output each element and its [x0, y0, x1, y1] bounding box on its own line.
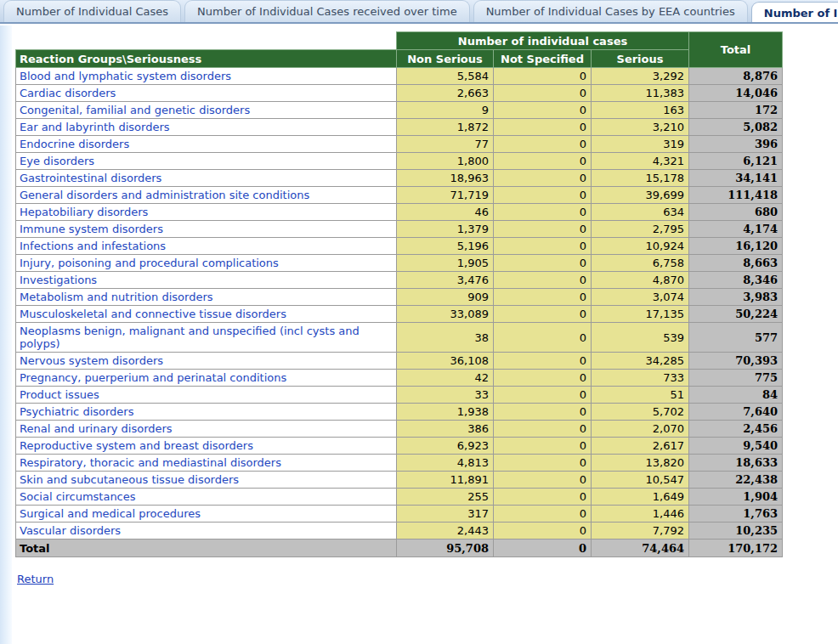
non-serious-value: 2,663 [397, 85, 494, 102]
row-total-value: 172 [689, 102, 783, 119]
table-header-row-group: Number of individual cases Total [16, 32, 783, 50]
not-specified-value: 0 [494, 387, 592, 404]
non-serious-value: 33 [397, 387, 494, 404]
table-row: Nervous system disorders 36,108 0 34,285… [16, 353, 783, 370]
reaction-group-link[interactable]: Investigations [16, 272, 397, 289]
table-row: Congenital, familial and genetic disorde… [16, 102, 783, 119]
table-body: Blood and lymphatic system disorders 5,5… [16, 68, 783, 539]
reaction-group-link[interactable]: Renal and urinary disorders [16, 421, 397, 438]
reaction-group-link[interactable]: Social circumstances [16, 489, 397, 506]
table-row: Vascular disorders 2,443 0 7,792 10,235 [16, 523, 783, 539]
serious-value: 1,649 [592, 489, 689, 506]
non-serious-value: 9 [397, 102, 494, 119]
reaction-group-link[interactable]: Surgical and medical procedures [16, 506, 397, 523]
non-serious-value: 3,476 [397, 272, 494, 289]
reaction-group-link[interactable]: General disorders and administration sit… [16, 187, 397, 204]
grand-total-value: 170,172 [689, 539, 783, 557]
row-total-value: 775 [689, 370, 783, 387]
tab-cases-received-over-time[interactable]: Number of Individual Cases received over… [184, 0, 470, 22]
reaction-group-link[interactable]: Immune system disorders [16, 221, 397, 238]
grand-total-serious: 74,464 [592, 539, 689, 557]
table-row: Reproductive system and breast disorders… [16, 438, 783, 455]
group-header: Number of individual cases [397, 32, 689, 50]
reaction-group-link[interactable]: Neoplasms benign, malignant and unspecif… [16, 323, 397, 353]
spacer-cell [16, 32, 397, 50]
reaction-group-link[interactable]: Nervous system disorders [16, 353, 397, 370]
row-total-value: 577 [689, 323, 783, 353]
reaction-group-link[interactable]: Pregnancy, puerperium and perinatal cond… [16, 370, 397, 387]
non-serious-value: 2,443 [397, 523, 494, 539]
not-specified-value: 0 [494, 221, 592, 238]
non-serious-value: 909 [397, 289, 494, 306]
grand-total-non-serious: 95,708 [397, 539, 494, 557]
row-total-value: 84 [689, 387, 783, 404]
grand-total-label: Total [16, 539, 397, 557]
reaction-group-link[interactable]: Blood and lymphatic system disorders [16, 68, 397, 85]
table-row: Injury, poisoning and procedural complic… [16, 255, 783, 272]
not-specified-value: 0 [494, 272, 592, 289]
reaction-group-link[interactable]: Congenital, familial and genetic disorde… [16, 102, 397, 119]
not-specified-value: 0 [494, 489, 592, 506]
tab-number-of-individual-cases[interactable]: Number of Individual Cases [3, 0, 181, 22]
reaction-group-link[interactable]: Ear and labyrinth disorders [16, 119, 397, 136]
reaction-group-link[interactable]: Endocrine disorders [16, 136, 397, 153]
page-left-margin-strip [0, 25, 12, 644]
row-total-value: 22,438 [689, 472, 783, 489]
table-row: Respiratory, thoracic and mediastinal di… [16, 455, 783, 472]
reaction-group-link[interactable]: Infections and infestations [16, 238, 397, 255]
reaction-group-link[interactable]: Skin and subcutaneous tissue disorders [16, 472, 397, 489]
not-specified-value: 0 [494, 506, 592, 523]
table-row: Skin and subcutaneous tissue disorders 1… [16, 472, 783, 489]
reaction-group-link[interactable]: Vascular disorders [16, 523, 397, 539]
row-total-value: 3,983 [689, 289, 783, 306]
table-row: Blood and lymphatic system disorders 5,5… [16, 68, 783, 85]
tab-cases-by-eea-countries[interactable]: Number of Individual Cases by EEA countr… [473, 0, 748, 22]
reaction-group-link[interactable]: Metabolism and nutrition disorders [16, 289, 397, 306]
not-specified-value: 0 [494, 170, 592, 187]
not-specified-value: 0 [494, 306, 592, 323]
non-serious-value: 5,584 [397, 68, 494, 85]
table-row: Infections and infestations 5,196 0 10,9… [16, 238, 783, 255]
serious-value: 34,285 [592, 353, 689, 370]
non-serious-value: 5,196 [397, 238, 494, 255]
reaction-group-link[interactable]: Hepatobiliary disorders [16, 204, 397, 221]
reaction-group-link[interactable]: Product issues [16, 387, 397, 404]
reaction-group-link[interactable]: Musculoskeletal and connective tissue di… [16, 306, 397, 323]
serious-value: 5,702 [592, 404, 689, 421]
non-serious-value: 77 [397, 136, 494, 153]
not-specified-value: 0 [494, 153, 592, 170]
serious-value: 10,924 [592, 238, 689, 255]
row-total-value: 111,418 [689, 187, 783, 204]
reaction-group-link[interactable]: Injury, poisoning and procedural complic… [16, 255, 397, 272]
serious-value: 3,210 [592, 119, 689, 136]
reaction-group-link[interactable]: Gastrointestinal disorders [16, 170, 397, 187]
total-column-header: Total [689, 32, 783, 68]
reaction-group-link[interactable]: Reproductive system and breast disorders [16, 438, 397, 455]
serious-value: 634 [592, 204, 689, 221]
grand-total-row: Total 95,708 0 74,464 170,172 [16, 539, 783, 557]
table-row: Hepatobiliary disorders 46 0 634 680 [16, 204, 783, 221]
reaction-group-link[interactable]: Cardiac disorders [16, 85, 397, 102]
non-serious-value: 33,089 [397, 306, 494, 323]
reaction-group-link[interactable]: Psychiatric disorders [16, 404, 397, 421]
not-specified-value: 0 [494, 68, 592, 85]
serious-value: 4,870 [592, 272, 689, 289]
col-header-non-serious: Non Serious [397, 50, 494, 68]
row-total-value: 10,235 [689, 523, 783, 539]
row-total-value: 50,224 [689, 306, 783, 323]
row-total-value: 7,640 [689, 404, 783, 421]
serious-value: 10,547 [592, 472, 689, 489]
return-link[interactable]: Return [17, 573, 54, 585]
table-row: Gastrointestinal disorders 18,963 0 15,1… [16, 170, 783, 187]
serious-value: 51 [592, 387, 689, 404]
tab-number-of-individual-active[interactable]: Number of Individual [751, 2, 838, 24]
non-serious-value: 42 [397, 370, 494, 387]
table-row: Renal and urinary disorders 386 0 2,070 … [16, 421, 783, 438]
reaction-group-link[interactable]: Respiratory, thoracic and mediastinal di… [16, 455, 397, 472]
non-serious-value: 18,963 [397, 170, 494, 187]
not-specified-value: 0 [494, 289, 592, 306]
non-serious-value: 1,872 [397, 119, 494, 136]
reaction-group-link[interactable]: Eye disorders [16, 153, 397, 170]
table-row: Ear and labyrinth disorders 1,872 0 3,21… [16, 119, 783, 136]
serious-value: 319 [592, 136, 689, 153]
